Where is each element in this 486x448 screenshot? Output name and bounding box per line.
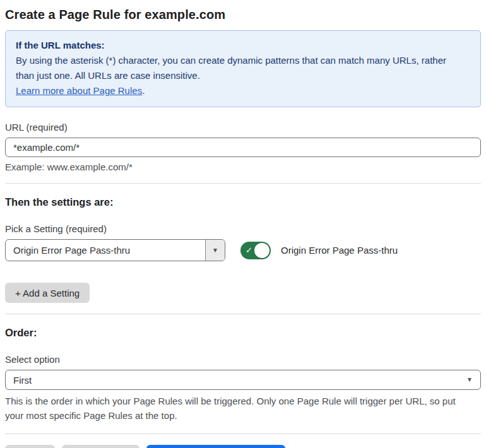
link-suffix: . [142,85,145,96]
save-and-deploy-button[interactable]: Save and Deploy Page Rule [146,445,285,448]
divider [5,433,481,434]
order-select-value: First [6,375,466,386]
add-setting-button[interactable]: + Add a Setting [5,283,90,303]
toggle-knob [254,243,270,258]
url-label: URL (required) [5,122,481,133]
divider [5,314,481,314]
learn-more-link[interactable]: Learn more about Page Rules [16,85,142,96]
order-select-label: Select option [5,354,481,365]
save-as-draft-button[interactable]: Save as Draft [62,445,139,448]
footer-actions: Cancel Save as Draft Save and Deploy Pag… [5,445,481,448]
page-title: Create a Page Rule for example.com [5,6,481,23]
chevron-down-icon: ▼ [466,377,473,383]
pick-setting-label: Pick a Setting (required) [5,223,481,234]
url-input[interactable] [5,138,481,157]
setting-row: Origin Error Page Pass-thru ▼ ✓ Origin E… [5,239,481,261]
divider [5,183,481,184]
info-box-heading: If the URL matches: [16,38,470,53]
setting-select-arrow-button[interactable]: ▼ [205,240,225,261]
toggle-label: Origin Error Page Pass-thru [281,245,398,256]
chevron-down-icon: ▼ [212,247,218,254]
cancel-button[interactable]: Cancel [5,445,55,448]
order-section-heading: Order: [5,326,481,339]
order-select[interactable]: First ▼ [5,370,481,390]
info-box: If the URL matches: By using the asteris… [5,30,481,107]
setting-select[interactable]: Origin Error Page Pass-thru ▼ [5,239,225,261]
info-box-link-row: Learn more about Page Rules. [16,83,470,98]
url-helper: Example: www.example.com/* [5,162,481,172]
settings-section-heading: Then the settings are: [5,195,481,209]
setting-toggle[interactable]: ✓ [240,242,271,259]
check-icon: ✓ [246,245,252,256]
order-helper-text: This is the order in which your Page Rul… [5,394,476,423]
info-box-body: By using the asterisk (*) character, you… [16,53,458,83]
setting-select-value: Origin Error Page Pass-thru [6,245,205,256]
